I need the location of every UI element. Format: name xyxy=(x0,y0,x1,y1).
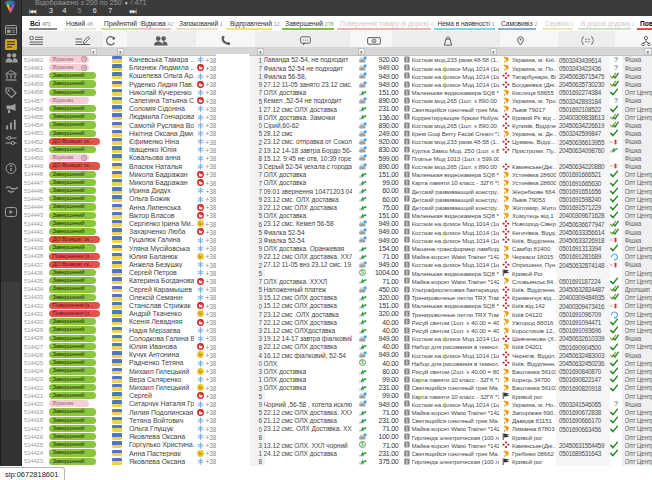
svg-text:lc: lc xyxy=(199,254,202,259)
svg-text:lc: lc xyxy=(199,221,202,226)
svg-text:lc: lc xyxy=(199,353,202,358)
svg-text:$: $ xyxy=(361,270,364,276)
svg-text:lc: lc xyxy=(199,312,202,317)
svg-text:lc: lc xyxy=(199,385,202,390)
svg-text:lc: lc xyxy=(199,451,202,456)
svg-text:$: $ xyxy=(361,442,364,448)
svg-text:lc: lc xyxy=(199,369,202,374)
svg-text:$: $ xyxy=(361,360,364,366)
